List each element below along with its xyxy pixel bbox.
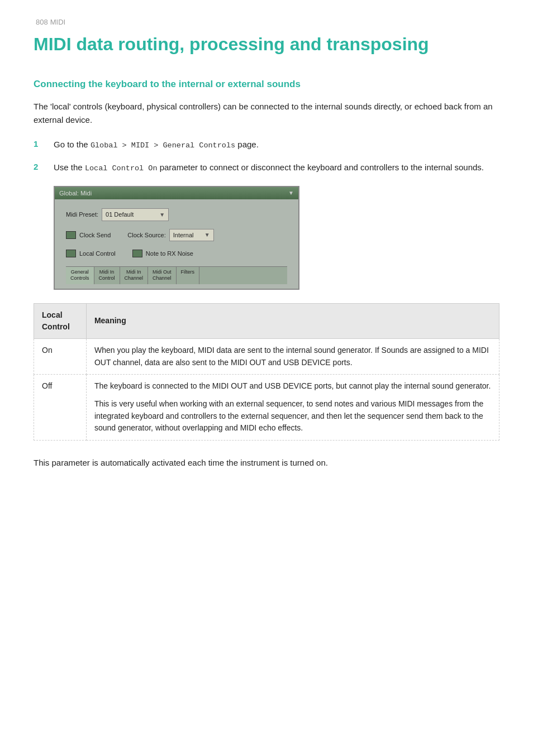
step-1-text-before: Go to the	[54, 140, 91, 149]
page-header: 808MIDI	[34, 17, 499, 28]
table-cell-on-meaning: When you play the keyboard, MIDI data ar…	[86, 338, 499, 374]
steps-list: 1 Go to the Global > MIDI > General Cont…	[34, 138, 499, 174]
clock-send-checkbox[interactable]	[66, 231, 76, 239]
midi-ui-body: Midi Preset: 01 Default ▼ Clock Send Clo…	[55, 199, 298, 289]
note-rx-label: Note to RX Noise	[146, 249, 193, 259]
tab-filters[interactable]: Filters	[177, 267, 200, 284]
midi-ui-title: Global: Midi	[59, 189, 92, 198]
local-control-row: Local Control Note to RX Noise	[66, 249, 287, 259]
main-title: MIDI data routing, processing and transp…	[34, 34, 499, 55]
step-2-text-after: parameter to connect or disconnect the k…	[158, 162, 484, 172]
note-rx-checkbox[interactable]	[132, 250, 142, 257]
midi-preset-value: 01 Default	[106, 210, 134, 219]
step-1-number: 1	[34, 138, 54, 151]
section-label: MIDI	[50, 18, 65, 26]
table-row-off: Off The keyboard is connected to the MID…	[34, 375, 499, 441]
clock-row: Clock Send Clock Source: Internal ▼	[66, 229, 287, 242]
step-1-text: Go to the Global > MIDI > General Contro…	[54, 138, 499, 152]
table-header-row: Local Control Meaning	[34, 303, 499, 338]
step-2-highlight: Local Control On	[85, 164, 158, 173]
local-control-table: Local Control Meaning On When you play t…	[34, 303, 499, 441]
clock-source-label: Clock Source:	[127, 231, 165, 240]
clock-source-dropdown[interactable]: Internal ▼	[169, 229, 214, 242]
page-number: 808	[36, 18, 48, 26]
local-control-checkbox[interactable]	[66, 250, 76, 257]
tab-general-controls[interactable]: General Controls	[66, 267, 94, 284]
step-1-text-after: page.	[235, 140, 259, 149]
table-cell-off-meaning: The keyboard is connected to the MIDI OU…	[86, 375, 499, 441]
table-cell-off-value: Off	[34, 375, 87, 441]
off-meaning-part2: This is very useful when working with an…	[94, 398, 491, 434]
midi-ui-arrow: ▼	[288, 189, 294, 197]
midi-ui-titlebar: Global: Midi ▼	[55, 187, 298, 200]
tab-midi-out-channel[interactable]: Midi Out Channel	[148, 267, 177, 284]
step-2-number: 2	[34, 161, 54, 174]
step-2-text-before: Use the	[54, 162, 85, 172]
section-heading: Connecting the keyboard to the internal …	[34, 77, 499, 92]
intro-text: The 'local' controls (keyboard, physical…	[34, 100, 499, 127]
midi-preset-arrow: ▼	[159, 210, 165, 219]
local-control-label: Local Control	[79, 249, 116, 259]
step-2-text: Use the Local Control On parameter to co…	[54, 161, 499, 175]
col1-header: Local Control	[34, 303, 87, 338]
tab-midi-in-control[interactable]: Midi In Control	[94, 267, 120, 284]
table-row-on: On When you play the keyboard, MIDI data…	[34, 338, 499, 374]
off-meaning-part1: The keyboard is connected to the MIDI OU…	[94, 380, 491, 393]
midi-preset-row: Midi Preset: 01 Default ▼	[66, 208, 287, 221]
clock-source-arrow: ▼	[204, 231, 210, 239]
col2-header: Meaning	[86, 303, 499, 338]
midi-preset-label: Midi Preset:	[66, 210, 98, 219]
outro-text: This parameter is automatically activate…	[34, 456, 499, 470]
step-2: 2 Use the Local Control On parameter to …	[34, 161, 499, 175]
table-cell-on-value: On	[34, 338, 87, 374]
step-1: 1 Go to the Global > MIDI > General Cont…	[34, 138, 499, 152]
midi-tabs: General Controls Midi In Control Midi In…	[66, 266, 287, 284]
tab-midi-in-channel[interactable]: Midi In Channel	[120, 267, 149, 284]
clock-source-value: Internal	[173, 231, 194, 240]
midi-preset-dropdown[interactable]: 01 Default ▼	[102, 208, 169, 221]
step-1-highlight: Global > MIDI > General Controls	[91, 141, 235, 150]
midi-ui-screenshot: Global: Midi ▼ Midi Preset: 01 Default ▼…	[54, 186, 299, 290]
clock-send-label: Clock Send	[79, 231, 111, 240]
